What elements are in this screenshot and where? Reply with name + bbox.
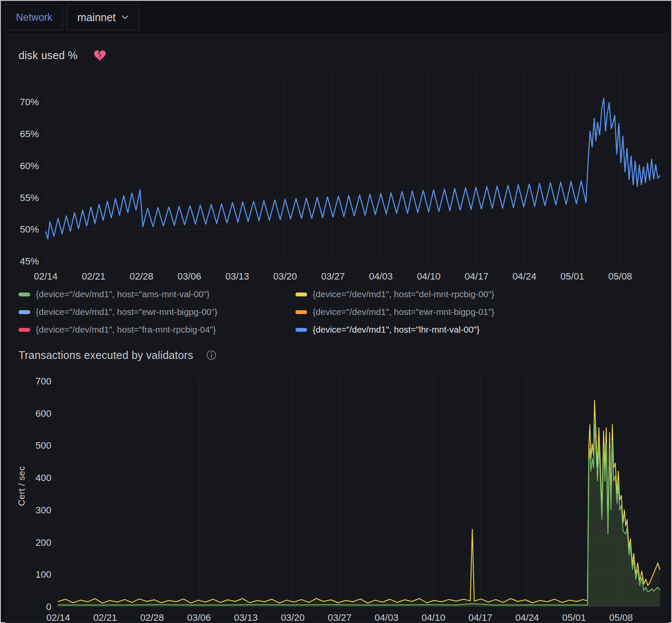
svg-text:45%: 45% xyxy=(20,256,39,267)
svg-text:05/08: 05/08 xyxy=(609,612,633,622)
svg-text:04/17: 04/17 xyxy=(468,612,492,622)
svg-text:03/27: 03/27 xyxy=(328,612,352,622)
svg-text:02/28: 02/28 xyxy=(129,271,153,282)
svg-text:04/24: 04/24 xyxy=(515,612,539,622)
panel-tx-header: Transactions executed by validators xyxy=(6,344,668,363)
svg-text:04/10: 04/10 xyxy=(421,612,445,622)
legend-series-swatch xyxy=(19,328,30,332)
y-axis-label: Cert / sec xyxy=(15,370,28,603)
legend-series-label: {device="/dev/md1", host="lhr-mnt-val-00… xyxy=(313,324,480,335)
legend-item[interactable]: {device="/dev/md1", host="lhr-mnt-val-00… xyxy=(295,324,668,335)
grafana-dashboard: Network mainnet disk used % 02/1402/2102… xyxy=(0,0,672,623)
legend-series-label: {device="/dev/md1", host="fra-mnt-rpcbig… xyxy=(36,324,216,335)
svg-text:700: 700 xyxy=(35,376,51,387)
legend-series-label: {device="/dev/md1", host="ewr-mnt-bigpg-… xyxy=(313,307,494,317)
legend-item[interactable]: {device="/dev/md1", host="fra-mnt-rpcbig… xyxy=(19,324,283,335)
svg-text:65%: 65% xyxy=(20,129,39,139)
variable-network-label-box: Network xyxy=(5,4,63,30)
svg-text:200: 200 xyxy=(35,537,51,548)
svg-text:04/03: 04/03 xyxy=(375,612,399,622)
svg-text:04/24: 04/24 xyxy=(512,271,536,282)
svg-text:60%: 60% xyxy=(20,160,39,171)
svg-text:04/10: 04/10 xyxy=(417,271,440,282)
legend-item[interactable]: {device="/dev/md1", host="ewr-mnt-bigpg-… xyxy=(295,307,668,317)
svg-text:02/28: 02/28 xyxy=(140,612,164,622)
svg-text:04/03: 04/03 xyxy=(369,271,393,282)
info-icon[interactable] xyxy=(206,350,217,360)
legend: {device="/dev/md1", host="ams-mnt-val-00… xyxy=(6,284,668,335)
svg-text:05/01: 05/01 xyxy=(562,612,586,622)
legend-item[interactable]: {device="/dev/md1", host="del-mnt-rpcbig… xyxy=(295,289,668,299)
svg-text:02/14: 02/14 xyxy=(46,612,70,622)
svg-text:03/20: 03/20 xyxy=(273,271,297,282)
svg-text:02/21: 02/21 xyxy=(82,271,105,282)
panel-title-disk[interactable]: disk used % xyxy=(19,49,78,62)
svg-text:02/21: 02/21 xyxy=(93,612,117,622)
transactions-chart[interactable]: 02/1402/2102/2803/0603/1303/2003/2704/03… xyxy=(6,363,669,622)
svg-text:300: 300 xyxy=(35,505,51,516)
legend-series-swatch xyxy=(295,293,307,296)
chevron-down-icon xyxy=(122,15,129,19)
svg-text:03/13: 03/13 xyxy=(225,271,249,282)
svg-text:55%: 55% xyxy=(20,192,39,203)
disk-used-chart[interactable]: 02/1402/2102/2803/0603/1303/2003/2704/03… xyxy=(6,66,669,284)
svg-text:05/01: 05/01 xyxy=(560,271,584,282)
svg-text:400: 400 xyxy=(35,472,51,483)
svg-text:70%: 70% xyxy=(20,97,39,107)
svg-text:03/06: 03/06 xyxy=(187,612,211,622)
legend-item[interactable]: {device="/dev/md1", host="ewr-mnt-bigpg-… xyxy=(19,307,283,317)
variable-label: Network xyxy=(16,12,52,23)
svg-text:100: 100 xyxy=(35,569,51,580)
legend-series-label: {device="/dev/md1", host="ewr-mnt-bigpg-… xyxy=(36,307,217,317)
legend-series-swatch xyxy=(295,310,307,314)
panel-disk-used: disk used % 02/1402/2102/2803/0603/1303/… xyxy=(5,34,669,343)
variable-value-dropdown[interactable]: mainnet xyxy=(66,4,139,30)
svg-text:03/13: 03/13 xyxy=(234,612,257,622)
svg-text:03/06: 03/06 xyxy=(177,271,201,282)
panel-disk-header: disk used % xyxy=(6,34,668,66)
svg-text:500: 500 xyxy=(35,440,51,451)
legend-series-swatch xyxy=(19,310,30,314)
svg-text:50%: 50% xyxy=(20,224,39,235)
svg-text:03/20: 03/20 xyxy=(281,612,305,622)
legend-series-label: {device="/dev/md1", host="ams-mnt-val-00… xyxy=(36,289,210,299)
svg-text:05/08: 05/08 xyxy=(608,271,632,282)
svg-text:0: 0 xyxy=(46,601,51,612)
svg-text:03/27: 03/27 xyxy=(321,271,345,282)
svg-text:600: 600 xyxy=(35,408,51,419)
variable-value: mainnet xyxy=(77,11,116,24)
panel-transactions: Transactions executed by validators Cert… xyxy=(5,343,669,623)
legend-item[interactable]: {device="/dev/md1", host="ams-mnt-val-00… xyxy=(19,289,283,299)
legend-series-swatch xyxy=(295,328,307,332)
legend-series-swatch xyxy=(19,293,30,296)
variable-toolbar: Network mainnet xyxy=(5,4,667,30)
broken-heart-icon[interactable] xyxy=(94,50,106,61)
svg-text:04/17: 04/17 xyxy=(465,271,488,282)
panel-title-transactions[interactable]: Transactions executed by validators xyxy=(19,349,193,362)
svg-text:02/14: 02/14 xyxy=(34,271,57,282)
legend-series-label: {device="/dev/md1", host="del-mnt-rpcbig… xyxy=(313,289,494,299)
